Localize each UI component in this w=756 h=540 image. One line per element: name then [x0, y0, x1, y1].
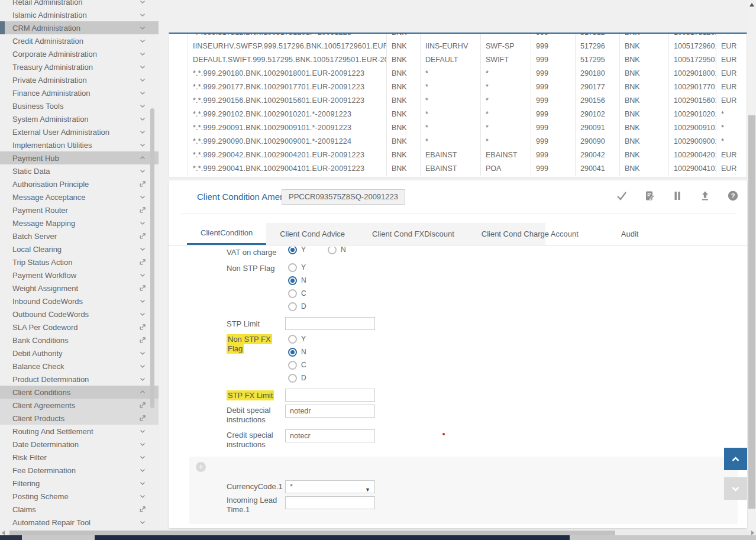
table-row[interactable]: IINSEURHV.SWFSP.999.517296.BNK.100517296… [169, 40, 747, 53]
scroll-left-arrow-icon[interactable] [2, 531, 5, 535]
scroll-right-arrow-icon[interactable] [751, 531, 754, 535]
sidebar-item-posting-scheme[interactable]: Posting Scheme [0, 490, 159, 503]
sidebar-item-client-agreements[interactable]: Client Agreements [0, 399, 159, 412]
credit-input[interactable] [285, 429, 375, 442]
radio-nonstpfx-n[interactable] [288, 348, 297, 357]
sidebar-item-credit-administration[interactable]: Credit Administration [0, 34, 159, 47]
sidebar-item-product-determination[interactable]: Product Determination [0, 373, 159, 386]
table-cell: *.*.999.290177.BNK.10029017701.EUR-20091… [188, 80, 387, 94]
sidebar-item-business-tools[interactable]: Business Tools [0, 99, 159, 112]
sidebar-item-system-administration[interactable]: System Administration [0, 112, 159, 125]
scroll-up-arrow-icon[interactable] [749, 3, 754, 7]
horizontal-scrollbar[interactable] [0, 531, 756, 535]
table-row[interactable]: *.*.999.290180.BNK.10029018001.EUR-20091… [169, 67, 747, 80]
sidebar-item-inbound-codewords[interactable]: Inbound CodeWords [0, 295, 159, 308]
chevron-down-icon [138, 141, 147, 149]
table-cell-selector [169, 40, 188, 53]
sidebar-item-outbound-codewords[interactable]: Outbound CodeWords [0, 308, 159, 321]
sidebar-item-bank-conditions[interactable]: Bank Conditions [0, 334, 159, 347]
sidebar-scrollbar-thumb[interactable] [150, 108, 154, 408]
stpfxlimit-input[interactable] [285, 389, 375, 402]
sidebar-item-message-acceptance[interactable]: Message Acceptance [0, 190, 159, 203]
help-icon[interactable]: ? [727, 190, 739, 202]
table-row[interactable]: *.*.999.290156.BNK.10029015601.EUR-20091… [169, 94, 747, 108]
table-row[interactable]: *.*.999.290090.BNK.10029009001.*-2009122… [169, 135, 747, 148]
sidebar-item-crm-administration[interactable]: CRM Administration [0, 21, 159, 34]
sidebar-item-label: Claims [12, 505, 138, 514]
vertical-scrollbar-thumb[interactable] [748, 115, 755, 509]
table-row[interactable]: *.*.999.290102.BNK.10029010201.*-2009122… [169, 108, 747, 121]
sidebar-item-risk-filter[interactable]: Risk Filter [0, 451, 159, 464]
sidebar-item-date-determination[interactable]: Date Determination [0, 438, 159, 451]
sidebar-item-client-products[interactable]: Client Products [0, 412, 159, 425]
radio-vat-n[interactable] [328, 247, 337, 254]
sidebar-item-authorisation-principle[interactable]: Authorisation Principle [0, 177, 159, 190]
radio-nonstpfx-d[interactable] [288, 374, 297, 383]
chevron-down-icon [138, 193, 147, 201]
sidebar-item-message-mapping[interactable]: Message Mapping [0, 216, 159, 229]
radio-nonstp-d[interactable] [288, 302, 297, 311]
sidebar-item-batch-server[interactable]: Batch Server [0, 229, 159, 242]
table-row[interactable]: *.*.999.290177.BNK.10029017701.EUR-20091… [169, 80, 747, 94]
tab-clientcondition[interactable]: ClientCondition [187, 223, 266, 245]
tab-client-cond-charge-account[interactable]: Client Cond Charge Account [468, 223, 592, 245]
sidebar-item-client-conditions[interactable]: Client Conditions [0, 386, 159, 399]
sidebar-item-claims[interactable]: Claims [0, 503, 159, 516]
radio-nonstp-y[interactable] [288, 263, 297, 272]
table-row[interactable]: *.*.999.290041.BNK.10029004101.EUR-20091… [169, 162, 747, 176]
debit-input[interactable] [285, 405, 375, 418]
sidebar-item-retail-administration[interactable]: Retail Administration [0, 0, 159, 8]
sidebar-item-islamic-administration[interactable]: Islamic Administration [0, 8, 159, 21]
table-row[interactable]: *.*.999.517312.BNK.10051731201.*-2009122… [169, 33, 747, 40]
sidebar-item-weight-assignment[interactable]: Weight Assignment [0, 282, 159, 295]
sidebar-item-trip-status-action[interactable]: Trip Status Action [0, 256, 159, 269]
upload-icon[interactable] [699, 190, 711, 202]
table-cell: EBAINST [481, 148, 531, 162]
table-cell: * [716, 108, 747, 121]
leadtime-input[interactable] [285, 496, 375, 509]
table-cell: 999 [531, 67, 576, 80]
chevron-down-icon [138, 492, 147, 500]
sidebar-item-payment-router[interactable]: Payment Router [0, 203, 159, 216]
radio-nonstp-c[interactable] [288, 289, 297, 298]
sidebar-item-corporate-administration[interactable]: Corporate Administration [0, 47, 159, 60]
sidebar-item-filtering[interactable]: Filtering [0, 477, 159, 490]
radio-nonstp-n[interactable] [288, 276, 297, 285]
hold-pause-icon[interactable] [671, 190, 683, 202]
table-cell: *.*.999.290091.BNK.10029009101.*-2009122… [188, 121, 387, 135]
sidebar-item-finance-administration[interactable]: Finance Administration [0, 86, 159, 99]
sidebar-item-balance-check[interactable]: Balance Check [0, 360, 159, 373]
scroll-to-top-button[interactable] [724, 448, 747, 470]
approve-check-icon[interactable] [616, 190, 628, 202]
currency-dropdown[interactable]: *▼ [285, 480, 375, 493]
radio-vat-y[interactable] [288, 247, 297, 254]
sidebar-item-treasury-administration[interactable]: Treasury Administration [0, 60, 159, 73]
sidebar-item-routing-and-settlement[interactable]: Routing And Settlement [0, 425, 159, 438]
radio-nonstpfx-y[interactable] [288, 335, 297, 344]
amend-note-icon[interactable] [644, 190, 655, 202]
table-row[interactable]: DEFAULT.SWIFT.999.517295.BNK.10051729501… [169, 53, 747, 67]
sidebar-item-payment-workflow[interactable]: Payment Workflow [0, 269, 159, 282]
radio-nonstpfx-c[interactable] [288, 361, 297, 370]
horizontal-scrollbar-thumb[interactable] [9, 531, 615, 535]
sidebar-item-local-clearing[interactable]: Local Clearing [0, 242, 159, 256]
sidebar-item-automated-repair-tool[interactable]: Automated Repair Tool [0, 516, 159, 529]
sidebar-item-sla-per-codeword[interactable]: SLA Per Codeword [0, 321, 159, 334]
sidebar-item-payment-hub[interactable]: Payment Hub [0, 151, 159, 164]
tab-client-cond-advice[interactable]: Client Cond Advice [266, 223, 358, 245]
sidebar-item-implementation-utilities[interactable]: Implementation Utilities [0, 138, 159, 151]
stplimit-input[interactable] [285, 317, 375, 330]
sidebar-item-external-user-administration[interactable]: External User Administration [0, 125, 159, 138]
tab-audit[interactable]: Audit [608, 223, 652, 245]
add-row-icon[interactable]: + [196, 462, 206, 472]
sidebar-item-private-administration[interactable]: Private Administration [0, 73, 159, 86]
sidebar-item-fee-determination[interactable]: Fee Determination [0, 464, 159, 477]
vertical-scrollbar[interactable] [748, 0, 756, 531]
table-cell: 999 [531, 80, 576, 94]
sidebar-item-debit-authority[interactable]: Debit Authority [0, 347, 159, 360]
table-row[interactable]: *.*.999.290042.BNK.10029004201.EUR-20091… [169, 148, 747, 162]
sidebar-item-static-data[interactable]: Static Data [0, 164, 159, 177]
tab-client-cond-fxdiscount[interactable]: Client Cond FXDiscount [358, 223, 468, 245]
table-row[interactable]: *.*.999.290091.BNK.10029009101.*-2009122… [169, 121, 747, 135]
scroll-to-bottom-button[interactable] [724, 477, 747, 500]
